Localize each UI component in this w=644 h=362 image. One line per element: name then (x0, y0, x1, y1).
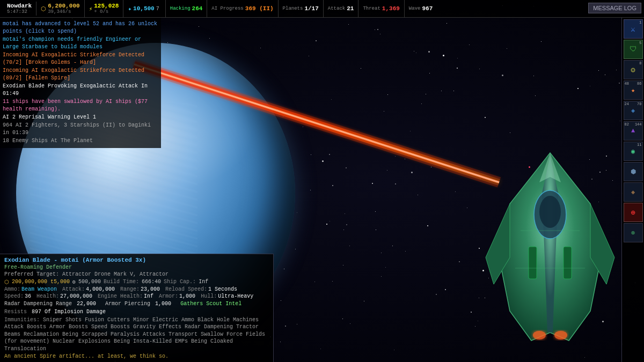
log-line-8: 964 AI 2 Fighters, 3 Starships (II) to D… (3, 122, 158, 137)
attack-value: 21 (347, 5, 354, 12)
speed-label: Speed: (4, 293, 24, 299)
planets-value: 1/17 (304, 5, 318, 12)
icon-9: ⊕ (631, 208, 635, 217)
hacking-label: Hacking (170, 6, 191, 11)
player-info: Nowdark 5:47:32 (3, 2, 36, 16)
science-value: 10,500 (133, 5, 155, 12)
sidebar-item-5[interactable]: 82 144 ▲ (624, 121, 643, 141)
ai-progress-value: 369 (II) (245, 5, 274, 12)
badge-6: 11 (637, 143, 641, 147)
radar-label: Radar Dampening Range (4, 301, 72, 307)
badge-left-4: 24 (625, 102, 629, 106)
planets-section: Planets 1/17 (279, 0, 324, 17)
icon-10: ⊗ (631, 229, 635, 237)
resists-label: Resists (4, 309, 27, 315)
svg-point-9 (539, 196, 561, 228)
ship-build-time: 666:40 (142, 279, 161, 285)
log-line-6: 11 ships have been swallowed by AI ships… (3, 98, 158, 113)
message-log-button[interactable]: MESSAGE LOG (588, 3, 641, 13)
armor-label: Armor: (159, 293, 178, 299)
sidebar-item-8[interactable]: ◆ (624, 182, 643, 202)
right-sidebar: 1 ⚔ 5 🛡 8 ⚙ 48 86 ★ 24 70 ◈ 82 144 ▲ 11 … (621, 18, 644, 362)
ship-preferred-target: Preferred Target: Attractor Drone Mark V… (4, 271, 269, 277)
sidebar-item-6[interactable]: 11 ◉ (624, 142, 643, 161)
armor-pierce-value: 1,000 (155, 301, 171, 307)
player-name: Nowdark (7, 3, 32, 9)
build-time-label: Build Time: (104, 279, 139, 285)
credits-rate: 39,346/s (48, 9, 79, 14)
science-section: ✦ 10,500 7 (123, 0, 165, 17)
hull-label: Hull: (201, 293, 217, 299)
sidebar-item-2[interactable]: 8 ⚙ (624, 60, 643, 79)
credits-icon-small: ⬡ (4, 279, 9, 285)
sidebar-item-4[interactable]: 24 70 ◈ (624, 101, 643, 120)
icon-8: ◆ (631, 188, 635, 196)
svg-rect-11 (564, 247, 572, 279)
hacking-section: Hacking 264 (166, 0, 208, 17)
log-line-2: motai's champion needs friendly Engineer… (3, 36, 158, 51)
sidebar-item-1[interactable]: 5 🛡 (624, 40, 643, 59)
wave-label: Wave (409, 6, 421, 11)
attack-section: Attack 21 (324, 0, 359, 17)
credits-icon: ⬡ (41, 5, 46, 12)
threat-value: 1,369 (382, 5, 400, 12)
sidebar-item-10[interactable]: ⊗ (624, 223, 643, 242)
log-line-1: motai has advanced to level 52 and has 2… (3, 20, 158, 35)
immunities-row: Immunities: Sniper Shots Fusion Cutters … (4, 316, 269, 353)
ship-stats-speed-row: Speed: 36 Health: 27,000,000 Engine Heal… (4, 293, 269, 299)
icon-7: ⬢ (631, 168, 636, 176)
badge-3: 86 (637, 82, 641, 86)
ship-metal-cost: 500,000 (78, 279, 101, 285)
badge-4: 70 (637, 102, 641, 106)
icon-5: ▲ (631, 127, 635, 135)
energy-section: ⚡ 125,028 + 0/s (85, 0, 124, 17)
icon-6: ◉ (631, 147, 635, 156)
engine-health-value: Inf (144, 293, 153, 299)
player-ship (483, 150, 617, 343)
log-line-4: Incoming AI Exogalactic Strikeforce Dete… (3, 67, 158, 82)
player-time: 5:47:32 (7, 9, 32, 14)
immunities-label: Immunities: (4, 317, 40, 323)
science-icon: ✦ (128, 5, 131, 12)
ship-cap-label: Ship Cap.: (164, 279, 196, 285)
icon-1: 🛡 (630, 45, 637, 54)
sidebar-item-3[interactable]: 48 86 ★ (624, 80, 643, 100)
badge-2: 8 (639, 61, 641, 65)
icon-0: ⚔ (631, 25, 635, 34)
attack-stat-label: Attack: (62, 286, 85, 292)
badge-left-5: 82 (625, 122, 629, 127)
log-line-7: AI 2 Reprisal Warning Level 1 (3, 114, 158, 121)
ship-resists-row: Resists 897 Of Implosion Damage (4, 308, 269, 316)
speed-value: 36 (25, 293, 31, 299)
sidebar-item-7[interactable]: ⬢ (624, 162, 643, 181)
ancient-text: An ancient Spire artifact... at least, w… (4, 353, 269, 359)
badge-left-3: 48 (625, 82, 629, 86)
credits-value: 6,200,000 (48, 3, 79, 9)
engine-health-label: Engine Health: (98, 293, 143, 299)
resists-value: 897 Of Implosion Damage (32, 309, 106, 315)
top-hud: Nowdark 5:47:32 ⬡ 6,200,000 39,346/s ⚡ 1… (0, 0, 644, 18)
range-label: Range: (120, 286, 140, 292)
hacking-value: 264 (192, 5, 203, 12)
ship-stats-ammo-row: Ammo: Beam Weapon Attack: 4,000,000 Rang… (4, 286, 269, 292)
reload-value: 1 Seconds (208, 286, 237, 292)
energy-icon: ⚡ (89, 5, 93, 12)
gathers-label: Gathers Scout Intel (180, 301, 241, 307)
ship-info-panel: Exodian Blade - motai (Armor Boosted 3x)… (0, 254, 274, 363)
metal-icon-small: ⚙ (72, 279, 76, 285)
sidebar-item-0[interactable]: 1 ⚔ (624, 19, 643, 39)
ship-cap-value: Inf (199, 279, 208, 285)
svg-point-13 (554, 331, 567, 339)
sidebar-item-9[interactable]: ⊕ (624, 203, 643, 222)
icon-2: ⚙ (631, 65, 635, 75)
armor-value: 1,000 (179, 293, 195, 299)
icon-4: ◈ (631, 107, 635, 115)
log-line-9: 18 Enemy Ships At The Planet (3, 137, 158, 145)
health-label: Health: (36, 293, 59, 299)
planets-label: Planets (283, 6, 303, 11)
log-line-3: Incoming AI Exogalactic Strikeforce Dete… (3, 51, 158, 67)
threat-label: Threat (363, 6, 380, 11)
reload-label: Reload Speed: (165, 286, 207, 292)
wave-value: 967 (422, 5, 433, 12)
attack-label: Attack (328, 6, 345, 11)
